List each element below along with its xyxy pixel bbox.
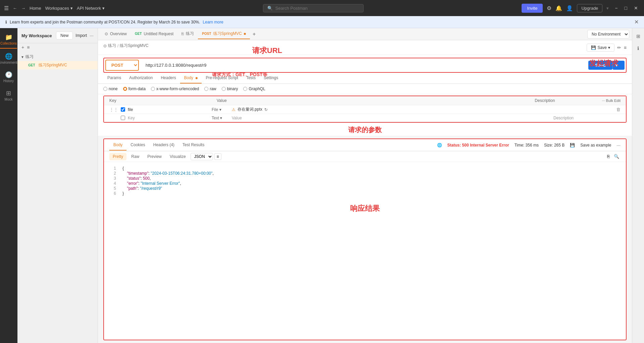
response-tab-body[interactable]: Body (109, 140, 126, 151)
radio-form-data[interactable]: form-data (123, 87, 146, 91)
right-sidebar-icon-1[interactable]: ⊞ (634, 31, 643, 42)
params-table: Key Value Description ··· Bulk Edit ⋮⋮ f… (103, 96, 627, 123)
request-tabs: Params Authorization Headers Body Pre-re… (98, 73, 632, 84)
resp-tab-raw[interactable]: Raw (128, 153, 143, 160)
drag-handle[interactable]: ⋮⋮ (109, 107, 118, 112)
resp-tab-preview[interactable]: Preview (144, 153, 165, 160)
tab-untitled[interactable]: GET Untitled Request (131, 30, 177, 39)
response-body-subtabs: Pretty Raw Preview Visualize JSON ≡ ⎘ 🔍 (104, 151, 626, 162)
row-type-select[interactable]: File ▾ (212, 107, 232, 112)
radio-raw[interactable]: raw (204, 87, 216, 91)
sidebar-item-environments[interactable]: 🌐 Environments (0, 50, 17, 67)
bell-icon[interactable]: 🔔 (555, 5, 562, 11)
radio-binary[interactable]: binary (222, 87, 238, 91)
new-button[interactable]: New (56, 32, 73, 40)
minimize-button[interactable]: − (613, 5, 620, 11)
home-nav[interactable]: Home (30, 6, 41, 11)
save-example-label[interactable]: Save as example (580, 143, 611, 148)
collection-request-item[interactable]: GET 练习SpringMVC (17, 61, 98, 69)
search-bar[interactable]: 🔍 (263, 4, 364, 12)
sidebar-menu-button[interactable]: ··· (90, 32, 94, 40)
sidebar-item-collections[interactable]: 📁 Collections (0, 31, 17, 49)
learn-more-link[interactable]: Learn more (203, 20, 223, 24)
announcement-banner: ℹ Learn from experts and join the Postma… (0, 16, 644, 28)
bulk-edit-button[interactable]: ··· Bulk Edit (602, 99, 621, 103)
workspaces-nav[interactable]: Workspaces ▾ (45, 6, 73, 11)
tab-modified-dot (244, 33, 246, 35)
import-button[interactable]: Import (75, 32, 87, 40)
row-value: ⚠ 存在量词.pptx ↻ (232, 107, 549, 112)
sidebar-header: My Workspace New Import ··· (17, 28, 98, 43)
copy-icon: ⎘ (181, 32, 184, 36)
copy-response-button[interactable]: ⎘ (606, 153, 611, 160)
environments-icon: 🌐 (5, 53, 12, 60)
radio-urlencoded[interactable]: x-www-form-urlencoded (151, 87, 199, 91)
search-input[interactable] (275, 6, 359, 11)
mock-icon: ⊞ (6, 90, 11, 97)
response-tab-cookies[interactable]: Cookies (126, 140, 149, 151)
radio-none[interactable]: none (103, 87, 118, 91)
forward-button[interactable]: → (21, 6, 25, 11)
empty-row-key[interactable]: Key (128, 116, 212, 120)
environment-select[interactable]: No Environment (587, 30, 629, 39)
req-tab-body[interactable]: Body (180, 73, 202, 83)
body-modified-dot (196, 77, 198, 79)
invite-button[interactable]: Invite (522, 4, 543, 13)
save-example-icon: 💾 (570, 143, 575, 148)
response-tab-headers[interactable]: Headers (4) (149, 140, 178, 151)
response-tab-test-results[interactable]: Test Results (178, 140, 208, 151)
back-button[interactable]: ← (13, 6, 17, 11)
sidebar-item-history[interactable]: 🕐 History (0, 68, 17, 85)
sidebar-item-mock[interactable]: ⊞ Mock (0, 87, 17, 104)
right-sidebar-icon-2[interactable]: ℹ (635, 43, 642, 54)
add-collection-button[interactable]: + (21, 45, 24, 50)
warning-icon: ⚠ (232, 107, 235, 112)
req-tab-headers[interactable]: Headers (157, 73, 180, 83)
status-text: Status: 500 Internal Server Error (447, 143, 509, 148)
resp-tab-visualize[interactable]: Visualize (166, 153, 189, 160)
method-select[interactable]: POST (105, 60, 139, 71)
empty-row-desc: Description (553, 116, 621, 120)
mock-label: Mock (5, 98, 13, 101)
tab-practice[interactable]: ⎘ 练习 (177, 29, 198, 39)
docs-button[interactable]: ≡ (624, 45, 627, 50)
maximize-button[interactable]: □ (623, 5, 629, 11)
api-network-nav[interactable]: API Network ▾ (77, 6, 105, 11)
tab-springmvc[interactable]: POST 练习SpringMVC (198, 29, 250, 39)
wrap-icon[interactable]: ≡ (214, 153, 221, 160)
main-layout: 📁 Collections 🌐 Environments 🕐 History ⊞… (0, 28, 644, 343)
empty-row-checkbox[interactable] (121, 116, 125, 120)
close-button[interactable]: ✕ (632, 5, 640, 11)
delete-row-button[interactable]: 🗑 (616, 107, 621, 112)
breadcrumb: ⊙ 练习 / 练习SpringMVC (103, 43, 149, 49)
row-checkbox[interactable] (121, 107, 125, 112)
hamburger-icon[interactable]: ☰ (4, 5, 9, 11)
empty-row-type[interactable]: Text ▾ (212, 116, 232, 120)
row-key: file (128, 107, 212, 112)
collection-group-header[interactable]: ▾ 练习 (17, 53, 98, 61)
sort-button[interactable]: ≡ (27, 45, 30, 50)
format-select[interactable]: JSON (191, 153, 213, 160)
upgrade-button[interactable]: Upgrade (577, 4, 602, 12)
response-time: Time: 356 ms (515, 143, 539, 148)
url-input[interactable] (142, 61, 586, 70)
add-tab-button[interactable]: + (250, 31, 258, 37)
settings-icon[interactable]: ⚙ (547, 5, 551, 11)
sidebar-icons: 📁 Collections 🌐 Environments 🕐 History ⊞… (0, 28, 17, 343)
save-button[interactable]: 💾 Save ▾ (587, 44, 614, 52)
req-tab-params[interactable]: Params (103, 73, 125, 83)
search-response-button[interactable]: 🔍 (612, 153, 621, 160)
workspace-name: My Workspace (21, 33, 52, 38)
radio-graphql[interactable]: GraphQL (243, 87, 265, 91)
line-1: 1 { (109, 166, 124, 171)
tab-overview[interactable]: ⊙ Overview (101, 30, 131, 39)
resp-tab-pretty[interactable]: Pretty (109, 153, 126, 160)
breadcrumb-icon: ⊙ (103, 44, 107, 48)
upload-icon[interactable]: ↻ (264, 107, 268, 112)
avatar-icon[interactable]: 👤 (566, 5, 573, 11)
line-3: 3 "status": 500, (109, 176, 151, 181)
req-tab-auth[interactable]: Authorization (125, 73, 157, 83)
banner-close-button[interactable]: ✕ (634, 19, 639, 25)
response-more-button[interactable]: ··· (616, 142, 621, 148)
edit-button[interactable]: ✏ (617, 45, 621, 50)
